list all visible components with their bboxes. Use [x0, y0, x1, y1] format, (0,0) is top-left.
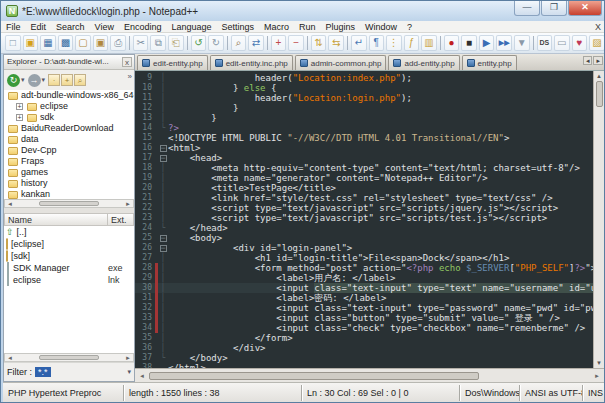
fold-collapse-icon[interactable]: – — [158, 243, 168, 253]
code-line[interactable]: 34│ <input class="check" type="checkbox"… — [135, 323, 604, 333]
code-line[interactable]: 20│ <title>TestPage</title> — [135, 183, 604, 193]
code-line[interactable]: 24└ </head> — [135, 223, 604, 233]
minimize-button[interactable]: — — [514, 1, 540, 16]
doc-switcher-icon[interactable]: DS — [537, 35, 553, 51]
code-line[interactable]: 16–<html> — [135, 143, 604, 153]
goto-current-button[interactable]: → — [28, 74, 41, 87]
macro-run-multiple-icon[interactable]: ▶▶ — [496, 35, 512, 51]
menu-run[interactable]: Run — [294, 21, 321, 33]
code-line[interactable]: 9│ header("Location:index.php"); — [135, 73, 604, 83]
code-line[interactable]: 12│ } — [135, 103, 604, 113]
menu-settings[interactable]: Settings — [217, 21, 260, 33]
filter-dropdown-icon[interactable]: ▾ — [127, 368, 131, 376]
code-line[interactable]: 28│ <form method="post" action="<?php ec… — [135, 263, 604, 273]
find-icon[interactable]: ⌕ — [231, 35, 247, 51]
tree-item[interactable]: data — [4, 134, 134, 145]
mime-heart-icon[interactable]: ♥ — [572, 35, 588, 51]
column-header-name[interactable]: Name — [4, 213, 108, 226]
close-doc-icon[interactable]: ▢ — [75, 35, 91, 51]
fold-box-icon[interactable]: – — [160, 235, 167, 242]
redo-icon[interactable]: ↻ — [208, 35, 224, 51]
refresh-button[interactable]: ↻ — [7, 74, 20, 87]
open-file-icon[interactable]: ▣ — [23, 35, 39, 51]
new-file-icon[interactable]: □ — [5, 35, 21, 51]
list-item[interactable]: ⇧[..] — [4, 226, 134, 238]
code-line[interactable]: 13│ } — [135, 113, 604, 123]
explorer-close-icon[interactable]: x — [122, 57, 132, 67]
tree-item[interactable]: Dev-Cpp — [4, 145, 134, 156]
close-all-icon[interactable]: ▣ — [93, 35, 109, 51]
new-folder-small-icon[interactable]: + — [61, 74, 73, 86]
scrollbar-thumb[interactable] — [39, 201, 99, 206]
monitor-icon[interactable]: ▭ — [554, 35, 570, 51]
tab-add-entity.php[interactable]: add-entity.php — [388, 55, 459, 70]
menu-macro[interactable]: Macro — [259, 21, 294, 33]
code-line[interactable]: 29│ <label>用户名: </label> — [135, 273, 604, 283]
print-icon[interactable]: ⎙ — [110, 35, 126, 51]
tree-item[interactable]: adt-bundle-windows-x86_64-201 — [4, 90, 134, 101]
list-item[interactable]: [sdk] — [4, 250, 134, 262]
scroll-right-icon[interactable]: ► — [123, 201, 133, 207]
menu-plugins[interactable]: Plugins — [321, 21, 361, 33]
menu-window[interactable]: Window — [360, 21, 402, 33]
fold-collapse-icon[interactable]: – — [158, 153, 168, 163]
tree-horizontal-scrollbar[interactable]: ◄ ► — [4, 199, 134, 208]
menu-file[interactable]: File — [1, 21, 26, 33]
folder-tree[interactable]: adt-bundle-windows-x86_64-201+eclipse+sd… — [4, 90, 134, 199]
code-line[interactable]: 14└?> — [135, 123, 604, 133]
paste-icon[interactable]: ⎗ — [168, 35, 184, 51]
scrollbar-thumb[interactable] — [149, 372, 479, 380]
save-all-icon[interactable]: ▩ — [58, 35, 74, 51]
save-icon[interactable]: ▦ — [40, 35, 56, 51]
titlebar[interactable]: N *E:\www\filedock\login.php - Notepad++… — [1, 1, 605, 21]
function-list-icon[interactable]: ƒ — [404, 35, 420, 51]
fold-collapse-icon[interactable]: – — [158, 233, 168, 243]
code-line[interactable]: 27│ <h1 id="login-title">File<span>Dock<… — [135, 253, 604, 263]
refresh-dropdown[interactable]: ▾ — [21, 76, 25, 84]
tree-item[interactable]: kankan — [4, 189, 134, 199]
menu-view[interactable]: View — [90, 21, 119, 33]
find-in-files-small-icon[interactable]: ⌕ — [74, 74, 86, 86]
code-line[interactable]: 37└ </body> — [135, 353, 604, 363]
code-line[interactable]: 17– <head> — [135, 153, 604, 163]
copy-icon[interactable]: ⧉ — [150, 35, 166, 51]
code-line[interactable]: 30│ <input class="text-input" type="text… — [135, 283, 604, 293]
fold-box-icon[interactable]: – — [160, 155, 167, 162]
macro-record-icon[interactable]: ● — [444, 35, 460, 51]
scroll-down-icon[interactable]: ▼ — [596, 358, 602, 368]
replace-icon[interactable]: ⇄ — [248, 35, 264, 51]
scrollbar-thumb[interactable] — [596, 81, 603, 107]
code-editor[interactable]: 9│ header("Location:index.php");10│ } el… — [135, 71, 604, 368]
code-line[interactable]: 22│ <script type="text/javascript" src="… — [135, 203, 604, 213]
doc-map-icon[interactable]: ▥ — [421, 35, 437, 51]
expand-icon[interactable]: + — [16, 114, 23, 121]
code-line[interactable]: 35│ </form> — [135, 333, 604, 343]
column-header-ext[interactable]: Ext. — [108, 213, 134, 226]
maximize-button[interactable]: ❐ — [541, 1, 567, 16]
explorer-overflow-chevron[interactable]: » — [128, 72, 132, 81]
filter-input[interactable]: *.* — [35, 367, 51, 377]
new-file-small-icon[interactable]: · — [48, 74, 60, 86]
fold-collapse-icon[interactable]: – — [158, 143, 168, 153]
cut-icon[interactable]: ✂ — [133, 35, 149, 51]
scroll-left-icon[interactable]: ◄ — [5, 355, 15, 361]
scroll-right-icon[interactable]: ► — [592, 373, 602, 379]
tab-scroll-right-icon[interactable]: ▸ — [593, 56, 603, 65]
tab-scroll-left-icon[interactable]: ◂ — [583, 56, 593, 65]
undo-icon[interactable]: ↺ — [191, 35, 207, 51]
tree-item[interactable]: +sdk — [4, 112, 134, 123]
tab-edit-entity.php[interactable]: edit-entity.php — [137, 55, 208, 70]
sync-horizontal-icon[interactable]: ⇆ — [328, 35, 344, 51]
sync-vertical-icon[interactable]: ⇅ — [311, 35, 327, 51]
tab-admin-common.php[interactable]: admin-common.php — [295, 55, 387, 70]
code-line[interactable]: 33│ <input class="button" type="submit" … — [135, 313, 604, 323]
menu-help[interactable]: ? — [402, 21, 417, 33]
zoom-out-icon[interactable]: − — [288, 35, 304, 51]
code-line[interactable]: 18│ <meta http-equiv="content-type" cont… — [135, 163, 604, 173]
scroll-up-icon[interactable]: ▲ — [596, 71, 602, 81]
macro-play-icon[interactable]: ▶ — [479, 35, 495, 51]
tree-item[interactable]: BaiduReaderDownload — [4, 123, 134, 134]
explorer-header[interactable]: Explorer - D:\adt-bundle-wi... x — [4, 55, 134, 70]
indent-guide-icon[interactable]: ⋮ — [386, 35, 402, 51]
list-item[interactable]: [eclipse] — [4, 238, 134, 250]
